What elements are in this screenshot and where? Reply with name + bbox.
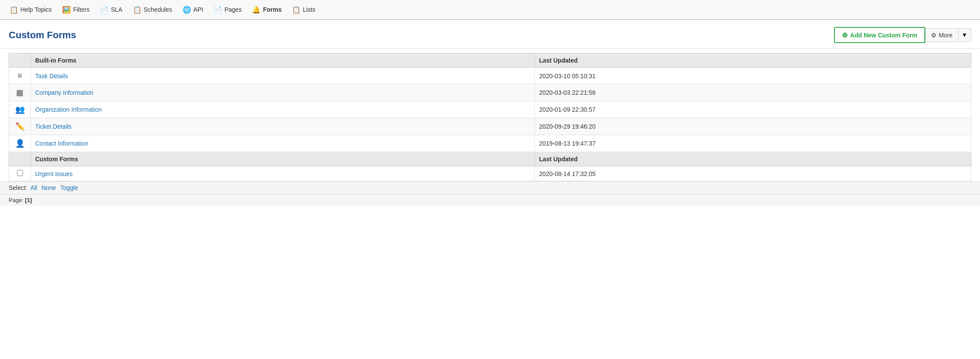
last-updated-cell: 2020-08-14 17:32:05 xyxy=(535,166,971,181)
pages-icon: 📄 xyxy=(214,6,222,14)
forms-table: Built-in Forms Last Updated ≡ Task Detai… xyxy=(9,53,971,181)
row-icon-cell: ▦ xyxy=(9,84,31,101)
forms-table-container: Built-in Forms Last Updated ≡ Task Detai… xyxy=(0,53,980,181)
header-actions: ⊕ Add New Custom Form ⚙ More ▼ xyxy=(834,27,971,43)
more-dropdown-button[interactable]: ▼ xyxy=(958,28,971,42)
nav-item-label-api: API xyxy=(193,6,203,13)
nav-item-label-filters: Filters xyxy=(73,6,89,13)
add-new-custom-form-button[interactable]: ⊕ Add New Custom Form xyxy=(834,27,925,43)
custom-forms-section-header-row: Custom Forms Last Updated xyxy=(9,152,971,166)
row-checkbox-cell[interactable] xyxy=(9,166,31,181)
plus-circle-icon: ⊕ xyxy=(842,31,848,39)
builtin-forms-column-header: Built-in Forms xyxy=(31,53,535,68)
sla-icon: 📄 xyxy=(100,6,109,14)
builtin-header-row: Built-in Forms Last Updated xyxy=(9,53,971,68)
nav-item-label-sla: SLA xyxy=(111,6,122,13)
nav-item-label-pages: Pages xyxy=(225,6,242,13)
gear-icon: ⚙ xyxy=(931,32,937,39)
form-name-cell[interactable]: Company Information xyxy=(31,84,535,101)
nav-item-label-schedules: Schedules xyxy=(144,6,172,13)
row-checkbox[interactable] xyxy=(17,170,23,176)
page-header: Custom Forms ⊕ Add New Custom Form ⚙ Mor… xyxy=(0,20,980,49)
row-icon-cell: ✏️ xyxy=(9,118,31,135)
nav-item-help-topics[interactable]: 📋 Help Topics xyxy=(4,0,57,19)
form-name-cell[interactable]: Urgent Issues xyxy=(31,166,535,181)
custom-last-updated-header-label: Last Updated xyxy=(535,152,971,166)
nav-item-forms[interactable]: 🔔 Forms xyxy=(247,0,287,19)
select-all-link[interactable]: All xyxy=(30,184,37,191)
table-row: ≡ Task Details 2020-03-10 05:10:31 xyxy=(9,68,971,84)
more-button-label: More xyxy=(939,32,953,39)
nav-item-filters[interactable]: 🖼️ Filters xyxy=(57,0,95,19)
table-body: ≡ Task Details 2020-03-10 05:10:31 ▦ Com… xyxy=(9,68,971,181)
last-updated-cell: 2020-03-03 22:21:56 xyxy=(535,84,971,101)
select-label: Select: xyxy=(9,184,27,191)
select-row: Select: All None Toggle xyxy=(0,181,980,194)
form-name-cell[interactable]: Contact Information xyxy=(31,135,535,152)
schedules-icon: 📋 xyxy=(133,6,142,14)
nav-item-schedules[interactable]: 📋 Schedules xyxy=(128,0,177,19)
nav-item-label-help-topics: Help Topics xyxy=(20,6,52,13)
row-icon-cell: 👥 xyxy=(9,101,31,118)
table-row: ▦ Company Information 2020-03-03 22:21:5… xyxy=(9,84,971,101)
nav-item-pages[interactable]: 📄 Pages xyxy=(209,0,247,19)
last-updated-cell: 2019-08-13 19:47:37 xyxy=(535,135,971,152)
add-button-label: Add New Custom Form xyxy=(850,32,917,39)
last-updated-cell: 2020-03-10 05:10:31 xyxy=(535,68,971,84)
select-toggle-link[interactable]: Toggle xyxy=(60,184,78,191)
nav-item-api[interactable]: 🌐 API xyxy=(177,0,209,19)
filters-icon: 🖼️ xyxy=(62,6,71,14)
table-row: Urgent Issues 2020-08-14 17:32:05 xyxy=(9,166,971,181)
nav-item-label-lists: Lists xyxy=(303,6,315,13)
page-label: Page: xyxy=(9,197,23,203)
last-updated-cell: 2020-09-29 19:46:20 xyxy=(535,118,971,135)
custom-forms-header-label: Custom Forms xyxy=(31,152,535,166)
table-row: 👥 Organization Information 2020-01-09 22… xyxy=(9,101,971,118)
table-row: 👤 Contact Information 2019-08-13 19:47:3… xyxy=(9,135,971,152)
table-row: ✏️ Ticket Details 2020-09-29 19:46:20 xyxy=(9,118,971,135)
top-navigation: 📋 Help Topics 🖼️ Filters 📄 SLA 📋 Schedul… xyxy=(0,0,980,20)
nav-item-lists[interactable]: 📋 Lists xyxy=(287,0,321,19)
form-name-cell[interactable]: Organization Information xyxy=(31,101,535,118)
api-icon: 🌐 xyxy=(182,6,191,14)
row-icon-cell: 👤 xyxy=(9,135,31,152)
custom-header-icon-cell xyxy=(9,152,31,166)
last-updated-column-header: Last Updated xyxy=(535,53,971,68)
nav-item-label-forms: Forms xyxy=(263,6,281,13)
nav-item-sla[interactable]: 📄 SLA xyxy=(95,0,127,19)
help-topics-icon: 📋 xyxy=(10,6,18,14)
row-icon-cell: ≡ xyxy=(9,68,31,84)
page-number: [1] xyxy=(25,197,32,203)
icon-column-header xyxy=(9,53,31,68)
form-name-cell[interactable]: Ticket Details xyxy=(31,118,535,135)
last-updated-cell: 2020-01-09 22:30:57 xyxy=(535,101,971,118)
chevron-down-icon: ▼ xyxy=(962,32,967,38)
page-title: Custom Forms xyxy=(9,30,76,41)
lists-icon: 📋 xyxy=(292,6,301,14)
form-name-cell[interactable]: Task Details xyxy=(31,68,535,84)
select-none-link[interactable]: None xyxy=(41,184,56,191)
forms-icon: 🔔 xyxy=(252,6,261,14)
page-row: Page: [1] xyxy=(0,194,980,206)
more-button[interactable]: ⚙ More xyxy=(925,28,958,42)
